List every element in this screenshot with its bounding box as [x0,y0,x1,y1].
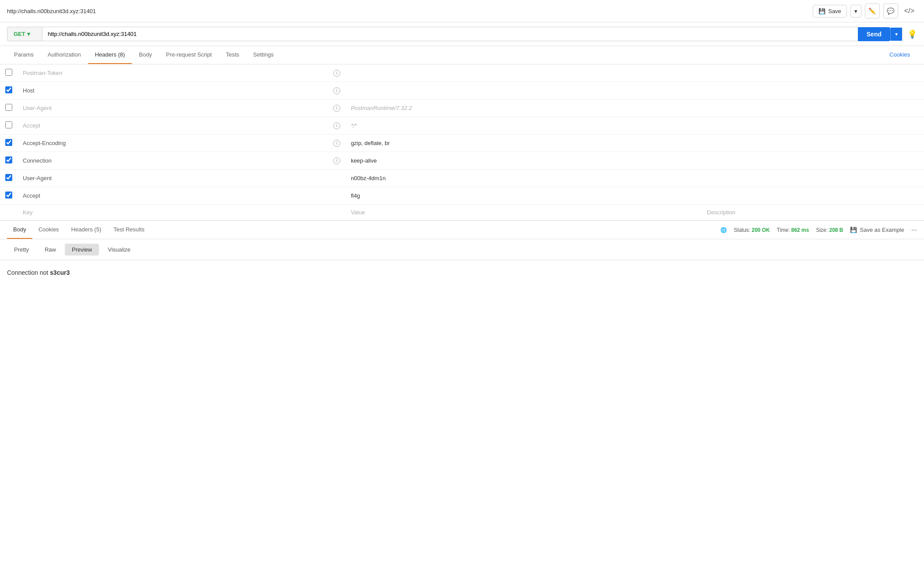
info-icon[interactable]: i [333,157,340,164]
header-key: User-Agent [23,105,52,111]
header-checkbox[interactable] [5,156,12,163]
tab-pre-request-script[interactable]: Pre-request Script [159,46,219,64]
save-example-icon: 💾 [850,227,857,233]
preview-tab-raw[interactable]: Raw [38,244,63,256]
table-row-empty: Key Value Description [0,205,924,220]
save-icon: 💾 [818,8,825,14]
send-dropdown-button[interactable]: ▾ [890,28,902,41]
time-label: Time: 862 ms [777,227,809,233]
table-row: Connection i keep-alive [0,152,924,170]
tab-body[interactable]: Body [132,46,159,64]
save-button[interactable]: 💾 Save [813,5,847,18]
header-key: Host [23,87,35,94]
headers-table-container: Postman-Token i Host i User-Agent i Post… [0,64,924,220]
table-row: Accept-Encoding i gzip, deflate, br [0,135,924,152]
header-checkbox[interactable] [5,104,12,111]
info-icon[interactable]: i [333,105,340,112]
info-icon[interactable]: i [333,140,340,147]
save-dropdown-button[interactable]: ▾ [850,5,861,18]
top-bar-actions: 💾 Save ▾ ✏️ 💬 </> [813,4,917,18]
header-key: Accept-Encoding [23,140,66,146]
preview-tab-visualize[interactable]: Visualize [101,244,138,256]
header-value: n00bz-4dm1n [351,175,386,181]
empty-desc-placeholder: Description [707,209,735,216]
tab-params[interactable]: Params [7,46,41,64]
info-icon[interactable]: i [333,122,340,129]
header-checkbox[interactable] [5,174,12,181]
response-body: Connection not s3cur3 [0,260,924,285]
send-label: Send [867,31,882,38]
empty-value-placeholder[interactable]: Value [351,209,365,216]
header-checkbox[interactable] [5,139,12,146]
tab-settings[interactable]: Settings [246,46,281,64]
comment-icon-button[interactable]: 💬 [883,4,898,18]
tab-cookies[interactable]: Cookies [882,46,917,64]
header-key: Postman-Token [23,70,62,76]
header-value: fl4g [351,192,360,199]
save-example-label: Save as Example [860,227,904,233]
preview-tabs: Pretty Raw Preview Visualize [0,239,924,260]
response-text-before: Connection not [7,269,50,276]
tab-authorization[interactable]: Authorization [41,46,88,64]
table-row: User-Agent n00bz-4dm1n [0,170,924,187]
header-key: Accept [23,192,40,199]
header-key: Accept [23,122,40,129]
request-tabs: Params Authorization Headers (8) Body Pr… [0,46,924,64]
header-checkbox[interactable] [5,69,12,76]
status-label: Status: 200 OK [734,227,770,233]
preview-tab-pretty[interactable]: Pretty [7,244,36,256]
headers-table: Postman-Token i Host i User-Agent i Post… [0,64,924,220]
lightbulb-button[interactable]: 💡 [907,29,917,39]
tab-headers[interactable]: Headers (8) [88,46,132,64]
table-row: User-Agent i PostmanRuntime/7.32.2 [0,99,924,117]
table-row: Accept i */* [0,117,924,135]
method-chevron: ▾ [27,31,30,37]
resp-tab-test-results[interactable]: Test Results [107,221,151,239]
header-key: User-Agent [23,175,52,181]
save-as-example-button[interactable]: 💾 Save as Example [850,227,904,233]
resp-tab-headers[interactable]: Headers (5) [65,221,108,239]
top-bar: http://challs.n00bzunit3d.xyz:31401 💾 Sa… [0,0,924,22]
table-row: Postman-Token i [0,64,924,82]
more-options-button[interactable]: ··· [911,226,917,234]
size-value: 208 B [829,227,843,233]
table-row: Host i [0,82,924,99]
header-value: keep-alive [351,157,377,164]
info-icon[interactable]: i [333,70,340,77]
header-checkbox[interactable] [5,86,12,93]
url-bar: GET ▾ Send ▾ 💡 [0,22,924,46]
save-label: Save [828,8,841,14]
code-button[interactable]: </> [902,4,917,18]
header-value: */* [351,122,357,129]
header-value: gzip, deflate, br [351,140,390,146]
url-input[interactable] [42,27,858,41]
size-label: Size: 208 B [816,227,843,233]
table-row: Accept fl4g [0,187,924,205]
tab-tests[interactable]: Tests [219,46,246,64]
info-icon[interactable]: i [333,87,340,94]
resp-tab-cookies[interactable]: Cookies [32,221,65,239]
status-value: 200 OK [751,227,769,233]
empty-key-placeholder[interactable]: Key [23,209,32,216]
method-label: GET [14,31,25,37]
edit-icon-button[interactable]: ✏️ [865,4,880,18]
method-selector[interactable]: GET ▾ [7,27,42,41]
response-bar: Body Cookies Headers (5) Test Results 🌐 … [0,220,924,239]
header-checkbox[interactable] [5,192,12,199]
send-button[interactable]: Send [858,27,890,41]
globe-icon: 🌐 [720,227,727,233]
header-value: PostmanRuntime/7.32.2 [351,105,412,111]
response-text-bold: s3cur3 [50,269,70,276]
header-key: Connection [23,157,52,164]
response-status: 🌐 Status: 200 OK Time: 862 ms Size: 208 … [720,226,917,234]
preview-tab-preview[interactable]: Preview [65,244,99,256]
time-value: 862 ms [791,227,809,233]
header-checkbox[interactable] [5,121,12,128]
top-bar-url: http://challs.n00bzunit3d.xyz:31401 [7,8,96,14]
resp-tab-body[interactable]: Body [7,221,32,239]
